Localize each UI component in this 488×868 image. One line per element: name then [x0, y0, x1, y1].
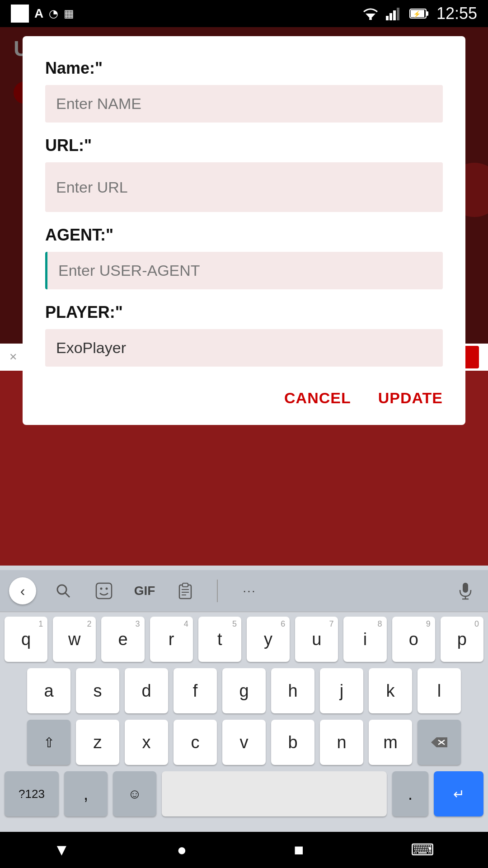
keyboard-nav-button[interactable]: ⌨: [411, 840, 434, 859]
space-key[interactable]: [162, 771, 387, 816]
svg-rect-5: [397, 8, 399, 20]
svg-rect-2: [386, 16, 389, 20]
svg-text:⚡: ⚡: [413, 10, 421, 18]
key-x[interactable]: x: [125, 720, 168, 765]
url-label: URL:": [45, 136, 443, 155]
key-w[interactable]: w2: [53, 617, 96, 662]
url-input[interactable]: [45, 162, 443, 212]
svg-line-11: [65, 593, 70, 597]
key-h[interactable]: h: [271, 668, 314, 713]
name-label: Name:": [45, 59, 443, 78]
key-n[interactable]: n: [320, 720, 363, 765]
status-bar: A ◔ ▦ ⚡ 12:55: [0, 0, 488, 27]
key-p[interactable]: p0: [441, 617, 483, 662]
recents-nav-button[interactable]: ■: [294, 840, 304, 859]
square-icon: [11, 5, 29, 23]
keyboard-search-button[interactable]: [50, 577, 77, 604]
svg-point-14: [106, 588, 108, 590]
key-u[interactable]: u7: [295, 617, 338, 662]
battery-icon: ⚡: [409, 7, 429, 20]
backspace-key[interactable]: [418, 720, 461, 765]
svg-point-1: [369, 18, 372, 20]
key-g[interactable]: g: [222, 668, 266, 713]
kb-row-3: ⇧ z x c v b n m: [5, 720, 483, 765]
period-key[interactable]: .: [392, 771, 428, 816]
player-input[interactable]: [45, 329, 443, 367]
keyboard-back-button[interactable]: ‹: [9, 577, 36, 604]
svg-rect-20: [463, 583, 468, 593]
emoji-key[interactable]: ☺: [113, 771, 156, 816]
key-z[interactable]: z: [76, 720, 119, 765]
signal-icon: [386, 7, 402, 20]
status-bar-right: ⚡ 12:55: [362, 4, 477, 23]
keyboard[interactable]: ‹ GIF ···: [0, 566, 488, 832]
keyboard-toolbar: ‹ GIF ···: [0, 570, 488, 612]
status-time: 12:55: [436, 4, 477, 23]
keyboard-more-button[interactable]: ···: [236, 577, 263, 604]
key-k[interactable]: k: [369, 668, 412, 713]
a-icon: A: [34, 6, 43, 21]
key-d[interactable]: d: [125, 668, 168, 713]
key-s[interactable]: s: [76, 668, 119, 713]
loading-icon: ◔: [49, 7, 58, 20]
svg-rect-12: [96, 583, 112, 599]
key-l[interactable]: l: [418, 668, 461, 713]
key-b[interactable]: b: [271, 720, 314, 765]
keyboard-sticker-button[interactable]: [90, 577, 117, 604]
enter-key[interactable]: ↵: [434, 771, 483, 816]
svg-rect-16: [183, 583, 188, 587]
key-o[interactable]: o9: [392, 617, 435, 662]
player-label: PLAYER:": [45, 303, 443, 322]
sym-key[interactable]: ?123: [5, 771, 59, 816]
bottom-nav: ▼ ● ■ ⌨: [0, 832, 488, 868]
key-t[interactable]: t5: [198, 617, 241, 662]
key-j[interactable]: j: [320, 668, 363, 713]
update-button[interactable]: UPDATE: [378, 389, 443, 407]
keyboard-gif-button[interactable]: GIF: [131, 577, 158, 604]
key-r[interactable]: r4: [150, 617, 193, 662]
svg-rect-3: [389, 13, 392, 20]
key-i[interactable]: i8: [343, 617, 386, 662]
key-a[interactable]: a: [27, 668, 70, 713]
home-nav-button[interactable]: ●: [177, 840, 187, 859]
keyboard-rows: q1 w2 e3 r4 t5 y6 u7 i8 o9 p0 a s d f g …: [0, 612, 488, 827]
comma-key[interactable]: ,: [64, 771, 108, 816]
agent-label: AGENT:": [45, 226, 443, 245]
kb-row-2: a s d f g h j k l: [5, 668, 483, 713]
keyboard-mic-button[interactable]: [452, 577, 479, 604]
kb-row-1: q1 w2 e3 r4 t5 y6 u7 i8 o9 p0: [5, 617, 483, 662]
clipboard-icon: ▦: [64, 7, 74, 20]
key-v[interactable]: v: [222, 720, 266, 765]
keyboard-clipboard-button[interactable]: [172, 577, 199, 604]
svg-rect-4: [393, 10, 396, 20]
svg-point-13: [100, 588, 103, 590]
svg-rect-8: [426, 11, 428, 16]
key-q[interactable]: q1: [5, 617, 47, 662]
edit-dialog: Name:" URL:" AGENT:" PLAYER:" CANCEL UPD…: [23, 36, 465, 425]
key-f[interactable]: f: [174, 668, 217, 713]
cancel-button[interactable]: CANCEL: [284, 389, 351, 407]
status-bar-left: A ◔ ▦: [11, 5, 74, 23]
key-e[interactable]: e3: [101, 617, 144, 662]
key-y[interactable]: y6: [247, 617, 290, 662]
dialog-actions: CANCEL UPDATE: [45, 389, 443, 407]
name-input[interactable]: [45, 85, 443, 123]
wifi-icon: [362, 7, 379, 20]
key-c[interactable]: c: [174, 720, 217, 765]
shift-key[interactable]: ⇧: [27, 720, 70, 765]
back-nav-button[interactable]: ▼: [54, 840, 70, 859]
keyboard-separator: [217, 580, 218, 602]
kb-row-4: ?123 , ☺ . ↵: [5, 771, 483, 816]
agent-input[interactable]: [45, 252, 443, 289]
key-m[interactable]: m: [369, 720, 412, 765]
